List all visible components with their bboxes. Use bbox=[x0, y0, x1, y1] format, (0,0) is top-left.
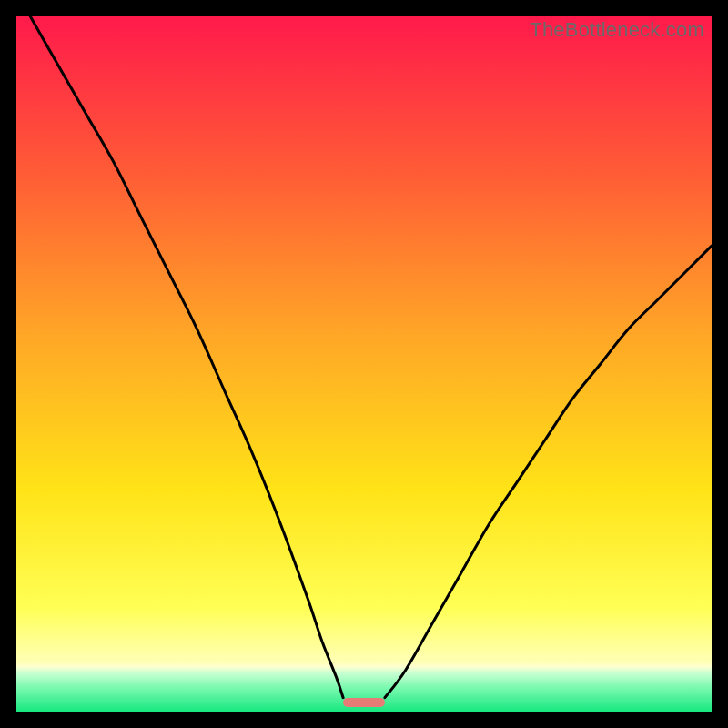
bottleneck-marker bbox=[343, 698, 385, 707]
chart-frame: TheBottleneck.com bbox=[16, 16, 712, 712]
watermark-text: TheBottleneck.com bbox=[530, 18, 704, 42]
gradient-rect bbox=[16, 16, 712, 712]
chart-background bbox=[16, 16, 712, 712]
